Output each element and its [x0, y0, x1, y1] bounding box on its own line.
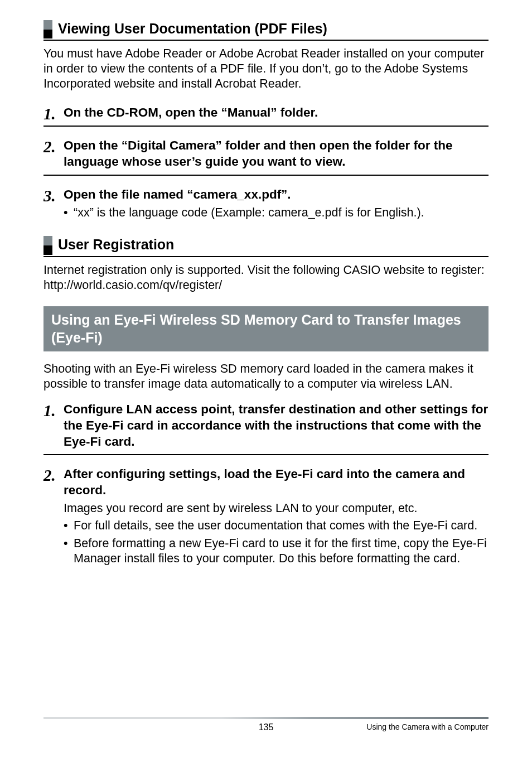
- step-title: Configure LAN access point, transfer des…: [64, 402, 489, 450]
- bullet-dot-icon: •: [64, 536, 74, 552]
- step-number: 2.: [43, 139, 64, 155]
- step-title: On the CD-ROM, open the “Manual” folder.: [64, 105, 489, 121]
- section1-intro: You must have Adobe Reader or Adobe Acro…: [43, 46, 489, 91]
- step-bullet: • “xx” is the language code (Example: ca…: [64, 205, 489, 221]
- bullet-dot-icon: •: [64, 205, 74, 221]
- bullet-text: Before formatting a new Eye-Fi card to u…: [74, 536, 489, 567]
- step-number: 2.: [43, 467, 64, 484]
- step-block: 1. Configure LAN access point, transfer …: [43, 402, 489, 450]
- heading-rule: [43, 256, 489, 257]
- section2-title: User Registration: [58, 236, 174, 254]
- section3-intro: Shooting with an Eye-Fi wireless SD memo…: [43, 361, 489, 392]
- step-divider: [43, 454, 489, 455]
- step-divider: [43, 126, 489, 127]
- footer-chapter: Using the Camera with a Computer: [366, 722, 489, 731]
- section2-body2: http://world.casio.com/qv/register/: [43, 278, 489, 293]
- step-block: 2. After configuring settings, load the …: [43, 466, 489, 567]
- bullet-text: For full details, see the user documenta…: [74, 518, 489, 534]
- section3-title: Using an Eye-Fi Wireless SD Memory Card …: [43, 306, 489, 351]
- step-divider: [43, 175, 489, 176]
- step-block: 3. Open the file named “camera_xx.pdf”. …: [43, 187, 489, 220]
- step-bullet: • For full details, see the user documen…: [64, 518, 489, 534]
- bullet-text: “xx” is the language code (Example: came…: [74, 205, 489, 221]
- heading-rule: [43, 40, 489, 41]
- section2-body1: Internet registration only is supported.…: [43, 263, 489, 278]
- heading-accent-icon: [43, 20, 52, 38]
- section-heading-row: User Registration: [43, 236, 489, 254]
- step-title: After configuring settings, load the Eye…: [64, 466, 489, 499]
- section1-title: Viewing User Documentation (PDF Files): [58, 20, 327, 38]
- page-footer: 135 Using the Camera with a Computer: [43, 717, 489, 734]
- page-number: 135: [259, 722, 274, 732]
- heading-accent-icon: [43, 236, 52, 254]
- step-number: 1.: [43, 403, 64, 419]
- step-title: Open the file named “camera_xx.pdf”.: [64, 187, 489, 203]
- step-block: 1. On the CD-ROM, open the “Manual” fold…: [43, 105, 489, 121]
- footer-rule-icon: [43, 717, 489, 719]
- step-number: 3.: [43, 188, 64, 204]
- step-block: 2. Open the “Digital Camera” folder and …: [43, 138, 489, 170]
- bullet-dot-icon: •: [64, 518, 74, 534]
- step-title: Open the “Digital Camera” folder and the…: [64, 138, 489, 170]
- step-number: 1.: [43, 106, 64, 122]
- step-bullet: • Before formatting a new Eye-Fi card to…: [64, 536, 489, 567]
- section-heading-row: Viewing User Documentation (PDF Files): [43, 20, 489, 38]
- step-detail: Images you record are sent by wireless L…: [64, 501, 489, 517]
